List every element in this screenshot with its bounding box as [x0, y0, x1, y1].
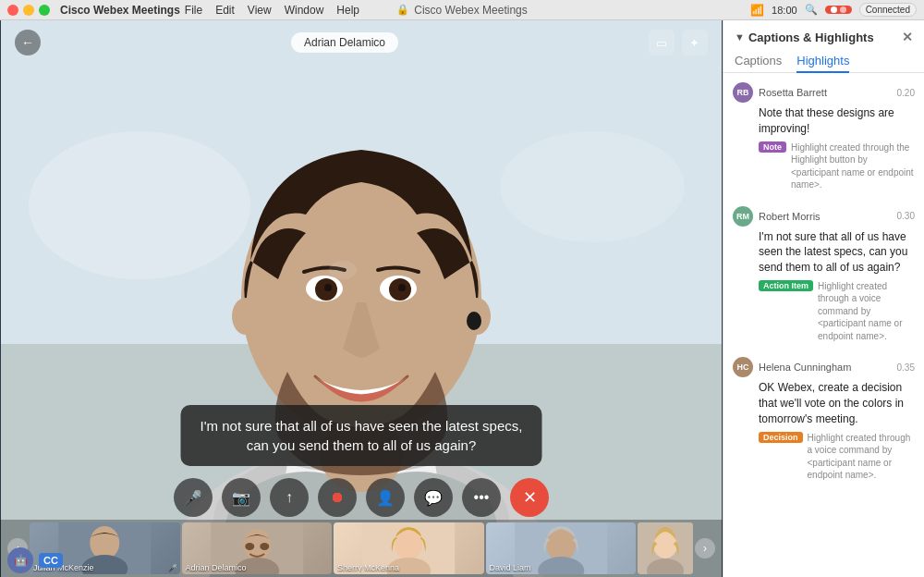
- entry-3-time: 0.35: [897, 362, 915, 373]
- webex-logo-icon: 🤖: [14, 554, 28, 567]
- participant-name: Adrian Delamico: [291, 32, 398, 53]
- thumb-face-svg-5: [638, 522, 693, 574]
- camera-icon: 📷: [232, 489, 250, 507]
- mute-button[interactable]: 🎤: [174, 478, 213, 517]
- entry-2-avatar: RM: [733, 206, 753, 227]
- sparkle-icon: ✦: [689, 36, 699, 50]
- sparkle-icon-btn[interactable]: ✦: [682, 30, 708, 55]
- webex-icon[interactable]: 🤖: [7, 547, 33, 573]
- more-button[interactable]: •••: [462, 478, 501, 517]
- participants-icon: 👤: [376, 489, 395, 507]
- panel-title-group: ▼ Captions & Highlights: [735, 31, 874, 44]
- back-button[interactable]: ←: [15, 30, 41, 55]
- titlebar-right: 📶 18:00 🔍 Connected: [750, 3, 917, 17]
- chat-button[interactable]: 💬: [414, 478, 453, 517]
- entry-3-badge: Decision: [759, 432, 803, 443]
- video-button[interactable]: 📷: [222, 478, 261, 517]
- highlight-entry-2: RM Robert Morris 0.30 I'm not sure that …: [733, 206, 915, 343]
- bottom-status: 🤖 CC: [7, 547, 63, 573]
- maximize-dot[interactable]: [39, 5, 50, 16]
- caption-text: I'm not sure that all of us have seen th…: [201, 418, 523, 453]
- more-icon: •••: [474, 489, 490, 506]
- connected-label: Connected: [859, 3, 917, 17]
- thumb-3-label: Sherry McKenna: [337, 563, 480, 572]
- entry-3-initials: HC: [737, 362, 749, 372]
- monitor-icon: ▭: [656, 36, 667, 50]
- minimize-dot[interactable]: [23, 5, 34, 16]
- highlight-entry-3: HC Helena Cunningham 0.35 OK Webex, crea…: [733, 357, 915, 481]
- entry-2-detail: Action Item Highlight created through a …: [759, 280, 915, 343]
- tab-captions[interactable]: Captions: [735, 50, 782, 73]
- thumb-4-label: David Liam: [490, 563, 633, 572]
- thumb-adrian[interactable]: Adrian Delamico: [182, 522, 333, 574]
- search-icon[interactable]: 🔍: [805, 4, 818, 16]
- window-controls: [7, 5, 50, 16]
- close-panel-button[interactable]: ✕: [902, 30, 913, 44]
- thumb-next-button[interactable]: ›: [695, 538, 715, 559]
- entry-1-time: 0.20: [897, 88, 915, 98]
- close-dot[interactable]: [7, 5, 18, 16]
- panel-chevron-icon: ▼: [735, 31, 745, 43]
- window-title-center: 🔒 Cisco Webex Meetings: [396, 4, 528, 17]
- menu-window[interactable]: Window: [285, 4, 324, 17]
- thumb-2-label: Adrian Delamico: [186, 563, 329, 572]
- svg-point-25: [245, 543, 254, 550]
- entry-1-header: RB Rosetta Barrett 0.20: [733, 82, 915, 103]
- thumb-sherry[interactable]: Sherry McKenna: [334, 522, 484, 574]
- entry-3-detail: Decision Highlight created through a voi…: [759, 432, 915, 482]
- entry-3-quote: OK Webex, create a decision that we'll v…: [759, 380, 915, 426]
- titlebar: Cisco Webex Meetings File Edit View Wind…: [0, 0, 924, 20]
- share-button[interactable]: ↑: [270, 478, 309, 517]
- right-panel: ▼ Captions & Highlights ✕ Captions Highl…: [723, 20, 924, 577]
- screen-share-icon-btn[interactable]: ▭: [649, 30, 675, 55]
- end-call-button[interactable]: ✕: [510, 478, 549, 517]
- end-call-icon: ✕: [523, 487, 537, 508]
- cc-button[interactable]: CC: [39, 553, 63, 568]
- time-display: 18:00: [772, 5, 797, 16]
- tab-highlights[interactable]: Highlights: [796, 50, 849, 73]
- entry-2-detail-text: Highlight created through a voice comman…: [818, 280, 915, 343]
- wifi-icon: 📶: [750, 4, 764, 17]
- caption-overlay: I'm not sure that all of us have seen th…: [181, 405, 542, 466]
- record-icon: ⏺: [330, 489, 345, 506]
- svg-point-26: [260, 543, 269, 550]
- svg-point-15: [232, 298, 260, 335]
- mic-icon: 🎤: [184, 489, 202, 507]
- panel-header: ▼ Captions & Highlights ✕: [723, 20, 924, 44]
- main-container: ← Adrian Delamico ▭ ✦ I'm not sure that …: [0, 20, 924, 577]
- share-icon: ↑: [286, 489, 293, 506]
- thumb-david[interactable]: David Liam: [486, 522, 637, 574]
- topbar-icons: ▭ ✦: [649, 30, 708, 55]
- thumb-unknown[interactable]: [638, 522, 693, 574]
- svg-point-4: [500, 131, 685, 242]
- app-name: Cisco Webex Meetings: [60, 4, 180, 17]
- entry-1-detail-text: Highlight created through the Highlight …: [791, 141, 915, 191]
- menu-edit[interactable]: Edit: [215, 4, 235, 17]
- svg-point-13: [324, 284, 332, 291]
- entry-3-name: Helena Cunningham: [759, 362, 892, 373]
- svg-point-14: [398, 284, 406, 291]
- menu-file[interactable]: File: [185, 4, 202, 17]
- entry-1-avatar: RB: [733, 82, 753, 103]
- thumbnail-strip: ‹ Julian McKenzie 🎤: [0, 520, 723, 577]
- video-area: ← Adrian Delamico ▭ ✦ I'm not sure that …: [0, 20, 723, 577]
- back-icon: ←: [21, 35, 34, 50]
- titlebar-left: Cisco Webex Meetings File Edit View Wind…: [7, 4, 359, 17]
- entry-2-name: Robert Morris: [759, 211, 892, 222]
- record-button[interactable]: ⏺: [318, 478, 357, 517]
- entry-1-initials: RB: [737, 88, 749, 97]
- connection-dot-2: [840, 6, 846, 13]
- panel-tabs: Captions Highlights: [723, 44, 924, 73]
- participants-button[interactable]: 👤: [366, 478, 405, 517]
- panel-title: Captions & Highlights: [748, 31, 874, 44]
- entry-2-initials: RM: [736, 212, 749, 221]
- svg-point-3: [29, 131, 250, 279]
- chat-icon: 💬: [424, 489, 443, 507]
- menu-view[interactable]: View: [248, 4, 272, 17]
- menu-help[interactable]: Help: [336, 4, 359, 17]
- highlights-content: RB Rosetta Barrett 0.20 Note that these …: [723, 73, 924, 577]
- video-topbar: ← Adrian Delamico ▭ ✦: [0, 30, 723, 55]
- window-title: Cisco Webex Meetings: [414, 4, 528, 17]
- svg-point-18: [329, 261, 357, 279]
- entry-3-header: HC Helena Cunningham 0.35: [733, 357, 915, 377]
